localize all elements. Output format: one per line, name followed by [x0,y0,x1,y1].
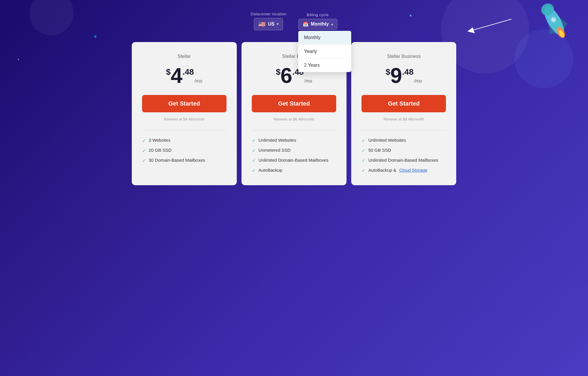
stellar-feature-3-text: 30 Domain-Based Mailboxes [149,158,205,163]
datacenter-label: Datacenter location [251,12,286,16]
cloud-storage-link[interactable]: Cloud Storage [399,168,427,173]
billing-selector[interactable]: 📅 Monthly ▴ [298,19,337,30]
stellar-business-feature-1-text: Unlimited Websites [368,138,406,143]
check-icon-p2: ✓ [252,148,256,153]
stellar-get-started-button[interactable]: Get Started [142,95,226,112]
page-container: Datacenter location 🇺🇸 US ▾ Billing cycl… [0,0,588,185]
stellar-features-list: ✓ 3 Websites ✓ 20 GB SSD ✓ 30 Domain-Bas… [142,138,226,163]
stellar-business-divider [362,130,446,131]
stellar-plus-divider [252,130,336,131]
billing-label: Billing cycle [307,13,329,17]
stellar-business-price-whole: 9 [390,65,402,86]
stellar-business-feature-3-text: Unlimited Domain-Based Mailboxes [368,158,438,163]
stellar-price-period: /mo [194,78,202,84]
stellar-currency: $ [166,67,171,77]
stellar-feature-1: ✓ 3 Websites [142,138,226,143]
stellar-plus-feature-3-text: Unlimited Domain-Based Mailboxes [259,158,329,163]
stellar-plus-features-list: ✓ Unlimited Websites ✓ Unmetered SSD ✓ U… [252,138,336,173]
stellar-business-card: Stellar Business $ 9 .48 /mo Get Started… [351,42,456,185]
stellar-business-price-display: $ 9 .48 /mo [362,65,446,86]
stellar-plus-feature-1: ✓ Unlimited Websites [252,138,336,143]
stellar-plan-name: Stellar [142,54,226,59]
stellar-business-get-started-button[interactable]: Get Started [362,95,446,112]
stellar-price-decimal: .48 [182,67,194,77]
check-icon-b1: ✓ [362,138,365,143]
us-flag-icon: 🇺🇸 [258,21,266,28]
datacenter-value: US [268,21,274,27]
datacenter-selector[interactable]: 🇺🇸 US ▾ [254,18,283,30]
stellar-business-price-decimal: .48 [402,67,414,77]
stellar-card: Stellar $ 4 .48 /mo Get Started Renews a… [132,42,237,185]
check-icon-2: ✓ [142,148,146,153]
stellar-plus-feature-2: ✓ Unmetered SSD [252,148,336,153]
check-icon-1: ✓ [142,138,146,143]
datacenter-control-group: Datacenter location 🇺🇸 US ▾ [251,12,286,30]
billing-option-yearly[interactable]: Yearly [298,45,351,59]
stellar-feature-2: ✓ 20 GB SSD [142,148,226,153]
stellar-feature-3: ✓ 30 Domain-Based Mailboxes [142,158,226,163]
stellar-plus-feature-2-text: Unmetered SSD [259,148,291,153]
stellar-plus-currency: $ [276,67,281,77]
stellar-plus-feature-4: ✓ AutoBackup [252,168,336,173]
stellar-feature-1-text: 3 Websites [149,138,171,143]
stellar-business-feature-4: ✓ AutoBackup & Cloud Storage [362,168,446,173]
stellar-business-plan-name: Stellar Business [362,54,446,59]
stellar-plus-price-period: /mo [304,78,312,84]
stellar-renews-text: Renews at $4.48/month [142,117,226,121]
billing-value: Monthly [311,21,329,27]
billing-option-2years[interactable]: 2 Years [298,59,351,72]
stellar-business-feature-2: ✓ 50 GB SSD [362,148,446,153]
stellar-business-feature-3: ✓ Unlimited Domain-Based Mailboxes [362,158,446,163]
stellar-business-price-period: /mo [414,78,422,84]
stellar-plus-renews-text: Renews at $6.48/month [252,117,336,121]
check-icon-p3: ✓ [252,158,256,163]
check-icon-3: ✓ [142,158,146,163]
stellar-business-feature-1: ✓ Unlimited Websites [362,138,446,143]
stellar-price-display: $ 4 .48 /mo [142,65,226,86]
check-icon-b3: ✓ [362,158,365,163]
controls-row: Datacenter location 🇺🇸 US ▾ Billing cycl… [251,12,337,30]
stellar-business-feature-2-text: 50 GB SSD [368,148,391,153]
billing-option-monthly[interactable]: Monthly [298,31,351,45]
stellar-business-features-list: ✓ Unlimited Websites ✓ 50 GB SSD ✓ Unlim… [362,138,446,173]
stellar-plus-feature-1-text: Unlimited Websites [259,138,296,143]
check-icon-b4: ✓ [362,168,365,173]
billing-chevron-icon: ▴ [331,22,333,26]
datacenter-chevron-icon: ▾ [277,22,279,26]
calendar-icon: 📅 [303,21,309,27]
stellar-business-feature-4-prefix: AutoBackup & [368,168,396,173]
pricing-row: Stellar $ 4 .48 /mo Get Started Renews a… [118,42,471,185]
billing-dropdown-menu: Monthly Yearly 2 Years [298,31,351,72]
stellar-divider [142,130,226,131]
stellar-business-renews-text: Renews at $9.48/month [362,117,446,121]
stellar-plus-feature-4-text: AutoBackup [259,168,282,173]
stellar-plus-feature-3: ✓ Unlimited Domain-Based Mailboxes [252,158,336,163]
stellar-feature-2-text: 20 GB SSD [149,148,172,153]
stellar-plus-price-whole: 6 [280,65,292,86]
check-icon-b2: ✓ [362,148,365,153]
stellar-price-whole: 4 [171,65,182,86]
stellar-plus-get-started-button[interactable]: Get Started [252,95,336,112]
check-icon-p4: ✓ [252,168,256,173]
billing-control-group: Billing cycle 📅 Monthly ▴ Monthly Yearly… [298,13,337,30]
check-icon-p1: ✓ [252,138,256,143]
stellar-business-currency: $ [386,67,390,77]
billing-dropdown-container: 📅 Monthly ▴ Monthly Yearly 2 Years [298,19,337,30]
